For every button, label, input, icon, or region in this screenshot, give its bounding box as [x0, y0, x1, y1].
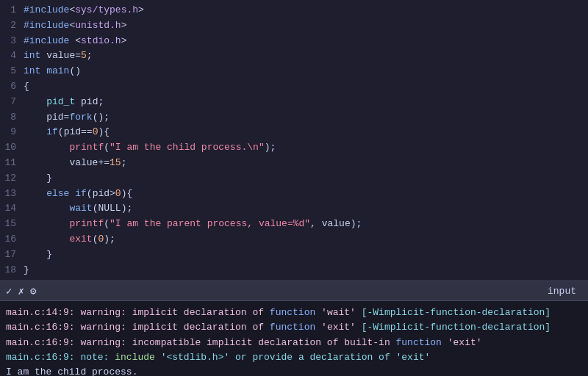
checkmark-icon[interactable]: ✓ [6, 285, 12, 297]
terminal: main.c:14:9: warning: implicit declarati… [0, 301, 588, 376]
toolbar-label: input [548, 286, 576, 297]
code-line-11: 11 value+=15; [0, 156, 588, 171]
code-line-2: 2 #include<unistd.h> [0, 18, 588, 34]
code-line-13: 13 else if(pid>0){ [0, 187, 588, 202]
terminal-line-2: main.c:16:9: warning: implicit declarati… [6, 320, 582, 335]
terminal-line-3: main.c:16:9: warning: incompatible impli… [6, 336, 582, 350]
code-line-7: 7 pid_t pid; [0, 95, 588, 110]
code-line-8: 8 pid=fork(); [0, 110, 588, 126]
code-line-17: 17 } [0, 247, 588, 263]
code-line-12: 12 } [0, 171, 588, 187]
code-line-5: 5 int main() [0, 64, 588, 79]
toolbar: ✓ ✗ ⚙ input [0, 281, 588, 301]
terminal-line-4: main.c:16:9: note: include '<stdlib.h>' … [6, 350, 582, 365]
code-line-1: 1 #include<sys/types.h> [0, 3, 588, 18]
code-line-9: 9 if(pid==0){ [0, 125, 588, 140]
code-line-10: 10 printf("I am the child process.\n"); [0, 140, 588, 156]
settings-icon[interactable]: ⚙ [30, 285, 36, 297]
terminal-line-1: main.c:14:9: warning: implicit declarati… [6, 306, 582, 320]
code-line-14: 14 wait(NULL); [0, 201, 588, 217]
code-editor: 1 #include<sys/types.h> 2 #include<unist… [0, 0, 588, 281]
code-line-3: 3 #include <stdio.h> [0, 34, 588, 49]
code-line-18: 18 } [0, 263, 588, 278]
terminal-line-5: I am the child process. [6, 365, 582, 376]
cross-icon[interactable]: ✗ [18, 285, 24, 297]
code-line-4: 4 int value=5; [0, 48, 588, 64]
code-line-16: 16 exit(0); [0, 232, 588, 247]
code-line-15: 15 printf("I am the parent process, valu… [0, 217, 588, 232]
code-line-6: 6 { [0, 79, 588, 95]
